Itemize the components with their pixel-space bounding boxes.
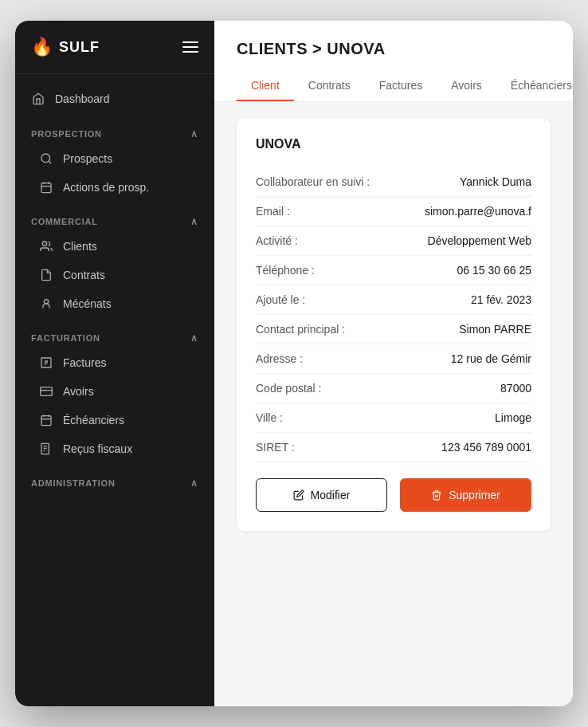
sidebar-item-prospects[interactable]: Prospects [15,144,214,173]
info-row-ajoute: Ajouté le : 21 fév. 2023 [256,285,531,315]
section-label: ADMINISTRATION [31,478,116,488]
logo: 🔥 SULF [31,37,100,57]
info-value: 06 15 30 66 25 [457,264,531,277]
info-value: Yannick Duma [460,175,531,188]
info-row-collaborateur: Collaborateur en suivi : Yannick Duma [256,167,531,197]
sidebar-item-actions[interactable]: Actions de prosp. [15,173,214,202]
modifier-button[interactable]: Modifier [256,478,387,512]
svg-rect-2 [41,183,51,193]
nav-section-header-commercial[interactable]: COMMERCIAL ∧ [15,208,214,232]
chevron-up-icon: ∧ [190,332,198,344]
supprimer-label: Supprimer [449,489,500,501]
sidebar-item-clients[interactable]: Clients [15,232,214,261]
info-value: Simon PARRE [459,323,531,336]
info-value: 21 fév. 2023 [471,293,531,306]
svg-rect-14 [41,416,51,426]
chevron-up-icon: ∧ [190,128,198,140]
info-value: 123 456 789 0001 [441,441,531,454]
info-row-telephone: Téléphone : 06 15 30 66 25 [256,256,531,285]
info-row-siret: SIRET : 123 456 789 0001 [256,433,531,462]
receipt-icon [39,442,53,456]
info-label: Téléphone : [256,264,375,277]
info-label: Activité : [256,234,375,247]
info-row-contact: Contact principal : Simon PARRE [256,315,531,344]
actions-row: Modifier Supprimer [256,478,531,512]
info-value: Limoge [495,411,531,424]
section-label: COMMERCIAL [31,217,98,226]
trash-icon [431,489,442,501]
info-row-activite: Activité : Développement Web [256,226,531,256]
chevron-up-icon: ∧ [190,216,198,227]
nav-item-label: Échéanciers [63,414,124,426]
info-value: 87000 [500,382,531,395]
nav-item-label: Factures [63,356,106,369]
page-header: CLIENTS > UNOVA Client Contrats Factures… [214,21,573,102]
client-card: UNOVA Collaborateur en suivi : Yannick D… [237,118,551,531]
info-label: SIRET : [256,441,375,454]
nav-item-label: Clients [63,240,97,253]
info-row-codepostal: Code postal : 87000 [256,374,531,403]
chevron-up-icon: ∧ [190,477,198,489]
nav-section-facturation: FACTURATION ∧ Factures [15,324,214,463]
sidebar-header: 🔥 SULF [15,21,214,74]
tabs: Client Contrats Factures Avoirs Échéanci… [237,71,551,101]
calendar-icon [39,180,53,195]
sidebar-item-factures[interactable]: Factures [15,348,214,377]
sidebar-item-echeanciers[interactable]: Échéanciers [15,406,214,434]
tab-factures[interactable]: Factures [365,71,437,101]
info-value: 12 rue de Gémir [451,352,531,365]
nav-section-header-facturation[interactable]: FACTURATION ∧ [15,324,214,348]
tab-avoirs[interactable]: Avoirs [437,71,496,101]
info-label: Email : [256,205,375,218]
info-label: Collaborateur en suivi : [256,175,375,188]
search-icon [39,151,53,166]
section-label: PROSPECTION [31,129,102,139]
sidebar-item-dashboard[interactable]: Dashboard [15,84,214,114]
tab-contrats[interactable]: Contrats [294,71,365,101]
nav-item-label: Reçus fiscaux [63,442,132,455]
modifier-label: Modifier [311,489,351,501]
nav-item-label: Avoirs [63,385,94,398]
info-label: Adresse : [256,352,375,365]
nav-section-header-prospection[interactable]: PROSPECTION ∧ [15,120,214,144]
sidebar-item-avoirs[interactable]: Avoirs [15,377,214,406]
info-value: Développement Web [428,234,531,247]
info-row-adresse: Adresse : 12 rue de Gémir [256,344,531,374]
nav-item-label: Prospects [63,152,112,165]
heart-icon [39,297,53,311]
breadcrumb: CLIENTS > UNOVA [237,40,551,58]
tab-echeanciers[interactable]: Échéanciers [496,71,573,101]
svg-rect-12 [41,387,53,396]
svg-line-1 [49,161,51,163]
nav-section-administration: ADMINISTRATION ∧ [15,470,214,493]
info-value: simon.parre@unova.f [425,205,531,218]
nav-section-prospection: PROSPECTION ∧ Prospects [15,120,214,202]
nav-item-label: Actions de prosp. [63,181,149,194]
schedule-icon [39,413,53,427]
info-label: Ajouté le : [256,293,375,306]
content-area: UNOVA Collaborateur en suivi : Yannick D… [214,102,573,706]
credit-icon [39,384,53,399]
info-label: Contact principal : [256,323,375,336]
info-label: Code postal : [256,382,375,395]
nav-item-label: Contrats [63,269,105,281]
info-row-email: Email : simon.parre@unova.f [256,197,531,226]
svg-point-6 [42,242,46,246]
main-content: CLIENTS > UNOVA Client Contrats Factures… [214,21,573,706]
sidebar-item-mecenat[interactable]: Mécénats [15,289,214,318]
sidebar-item-label: Dashboard [55,92,110,105]
info-label: Ville : [256,411,375,424]
nav-section-header-administration[interactable]: ADMINISTRATION ∧ [15,470,214,493]
svg-point-0 [41,154,50,163]
sidebar-item-contrats[interactable]: Contrats [15,261,214,289]
supprimer-button[interactable]: Supprimer [400,478,531,512]
invoice-icon [39,356,53,370]
sidebar: 🔥 SULF Dashboard PROS [15,21,214,706]
sidebar-item-recus[interactable]: Reçus fiscaux [15,434,214,463]
sidebar-nav: Dashboard PROSPECTION ∧ Prospects [15,74,214,706]
tab-client[interactable]: Client [237,71,294,101]
hamburger-menu-icon[interactable] [182,41,198,53]
svg-point-7 [44,300,48,304]
client-name: UNOVA [256,137,531,151]
file-icon [39,268,53,282]
